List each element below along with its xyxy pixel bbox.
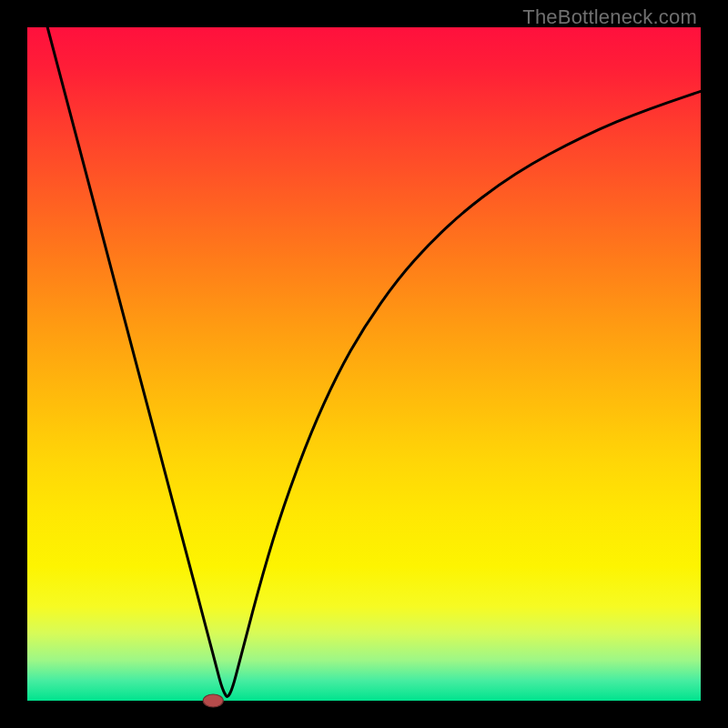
attribution-label: TheBottleneck.com — [522, 5, 697, 29]
chart-area — [27, 27, 701, 701]
